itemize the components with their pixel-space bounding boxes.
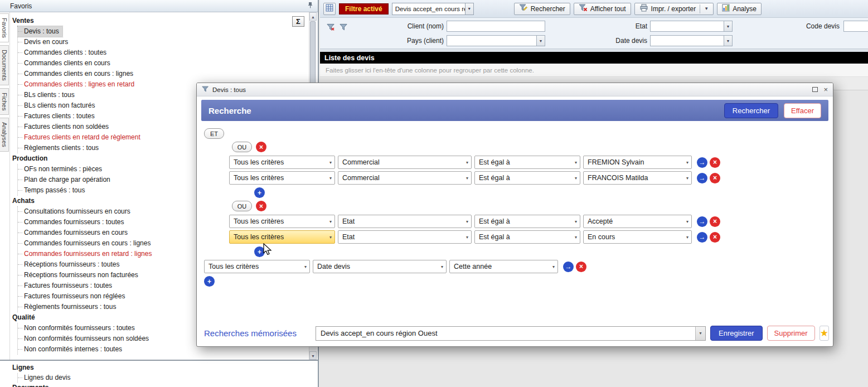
tree-item[interactable]: Devis en cours bbox=[18, 37, 311, 47]
pin-icon[interactable] bbox=[307, 2, 313, 10]
criteria-select[interactable]: Tous les critères▾ bbox=[229, 156, 335, 169]
print-export-button[interactable]: Impr. / exporter ▼ bbox=[634, 3, 714, 15]
dropdown-arrow-icon[interactable]: ▾ bbox=[695, 327, 705, 340]
delete-row-button[interactable]: × bbox=[710, 173, 720, 183]
dropdown-arrow-icon[interactable]: ▼ bbox=[704, 6, 709, 11]
delete-row-button[interactable]: × bbox=[576, 262, 586, 272]
tree-section-lignes[interactable]: Lignes bbox=[12, 362, 318, 373]
field-select[interactable]: Commercial▾ bbox=[338, 156, 472, 169]
field-select[interactable]: Commercial▾ bbox=[338, 171, 472, 185]
grid-view-button[interactable] bbox=[323, 3, 336, 15]
operator-select[interactable]: Est égal à▾ bbox=[474, 171, 580, 185]
dropdown-arrow-icon[interactable]: ▼ bbox=[724, 21, 732, 31]
criteria-select[interactable]: Tous les critères▾ bbox=[229, 215, 335, 228]
value-select[interactable]: Accepté▾ bbox=[583, 215, 692, 228]
add-condition-button[interactable]: + bbox=[204, 276, 215, 287]
value-select[interactable]: FREMION Sylvain▾ bbox=[583, 156, 692, 169]
pays-select[interactable]: ▼ bbox=[447, 35, 545, 46]
operator-value: Est égal à bbox=[479, 233, 510, 241]
dialog-search-button[interactable]: Rechercher bbox=[724, 103, 778, 118]
date-devis-select[interactable]: ▼ bbox=[650, 35, 733, 46]
add-condition-button[interactable]: + bbox=[254, 246, 265, 257]
save-search-button[interactable]: Enregistrer bbox=[710, 326, 763, 341]
criteria-value: Tous les critères bbox=[234, 217, 284, 225]
or-operator-pill[interactable]: OU bbox=[232, 142, 252, 152]
delete-row-button[interactable]: × bbox=[710, 232, 720, 243]
side-tab-fiches[interactable]: Fiches bbox=[0, 88, 9, 115]
code-devis-input[interactable] bbox=[843, 21, 868, 32]
add-condition-button[interactable]: + bbox=[254, 187, 265, 198]
sum-sigma-button[interactable]: Σ bbox=[292, 16, 304, 27]
operator-value: Est égal à bbox=[479, 158, 510, 166]
side-tab-analyses[interactable]: Analyses bbox=[0, 118, 9, 152]
apply-row-button[interactable]: → bbox=[697, 173, 707, 183]
field-select[interactable]: Etat▾ bbox=[338, 215, 472, 228]
operator-select[interactable]: Est égal à▾ bbox=[474, 156, 580, 169]
criteria-select[interactable]: Tous les critères▾ bbox=[204, 260, 310, 273]
etat-label: Etat bbox=[571, 21, 647, 32]
delete-group-button[interactable]: × bbox=[256, 142, 266, 152]
dropdown-arrow-icon: ▾ bbox=[683, 219, 688, 224]
favorite-star-button[interactable]: ★ bbox=[819, 326, 829, 341]
or-group-2: OU × Tous les critères▾ Etat▾ Est égal à… bbox=[229, 201, 833, 257]
apply-row-button[interactable]: → bbox=[563, 262, 574, 272]
scroll-up-icon[interactable]: ▲ bbox=[309, 12, 317, 21]
dropdown-arrow-icon: ▾ bbox=[571, 219, 577, 224]
row-actions: → × bbox=[697, 232, 720, 243]
apply-row-button[interactable]: → bbox=[697, 232, 707, 243]
tree-section-documents[interactable]: Documents bbox=[12, 383, 318, 387]
dropdown-arrow-icon[interactable]: ▼ bbox=[536, 36, 545, 46]
field-select[interactable]: Etat▾ bbox=[338, 230, 472, 244]
dialog-title: Devis : tous bbox=[212, 86, 246, 93]
operator-select[interactable]: Est égal à▾ bbox=[474, 215, 580, 228]
dropdown-arrow-icon[interactable]: ▼ bbox=[724, 36, 732, 46]
dropdown-arrow-icon: ▾ bbox=[463, 235, 468, 240]
dropdown-arrow-icon[interactable]: ▼ bbox=[465, 3, 473, 14]
tree-item[interactable]: Commandes clients en cours : lignes bbox=[18, 69, 311, 79]
filter-active-badge[interactable]: Filtre activé bbox=[339, 3, 389, 14]
analyse-button[interactable]: Analyse bbox=[717, 3, 762, 15]
and-operator-pill[interactable]: ET bbox=[204, 128, 224, 139]
operator-select[interactable]: Cette année▾ bbox=[449, 260, 558, 273]
field-select[interactable]: Date devis▾ bbox=[313, 260, 447, 273]
criteria-select[interactable]: Tous les critères▾ bbox=[229, 171, 335, 185]
client-name-label: Client (nom) bbox=[370, 21, 444, 32]
apply-row-button[interactable]: → bbox=[697, 157, 707, 168]
saved-filter-combobox[interactable]: Devis accept_en cours région Ou ▼ bbox=[392, 3, 474, 15]
scroll-down-icon[interactable]: ▼ bbox=[309, 351, 317, 360]
tree-item[interactable]: Commandes clients : toutes bbox=[18, 47, 311, 58]
delete-group-button[interactable]: × bbox=[256, 201, 266, 211]
dropdown-arrow-icon: ▾ bbox=[683, 160, 688, 165]
criteria-value: Tous les critères bbox=[208, 263, 259, 270]
tree-section-ventes[interactable]: Ventes bbox=[12, 16, 311, 26]
clear-filter-icon-button[interactable] bbox=[325, 22, 337, 33]
saved-search-combobox[interactable]: Devis accept_en cours région Ouest ▾ bbox=[316, 326, 706, 341]
close-window-icon[interactable]: × bbox=[823, 86, 828, 93]
search-button[interactable]: Rechercher bbox=[514, 3, 570, 15]
delete-row-button[interactable]: × bbox=[710, 216, 720, 227]
tree-item[interactable]: Devis : tous bbox=[18, 26, 62, 37]
apply-row-button[interactable]: → bbox=[697, 216, 707, 227]
etat-select[interactable]: ▼ bbox=[650, 21, 733, 32]
client-name-input[interactable] bbox=[447, 21, 545, 32]
delete-search-button[interactable]: Supprimer bbox=[767, 326, 815, 341]
side-tab-favoris[interactable]: Favoris bbox=[0, 13, 9, 42]
group-by-drop-zone[interactable]: Faites glisser ici l'en-tête d'une colon… bbox=[320, 64, 868, 77]
dropdown-arrow-icon: ▾ bbox=[301, 264, 307, 269]
value-select[interactable]: FRANCOIS Matilda▾ bbox=[583, 171, 692, 185]
tree-item[interactable]: Lignes du devis bbox=[18, 373, 318, 383]
tree-item[interactable]: Commandes clients en cours bbox=[18, 58, 311, 69]
value-select[interactable]: En cours▾ bbox=[583, 230, 692, 244]
show-all-button[interactable]: Afficher tout bbox=[574, 3, 631, 15]
apply-filter-icon-button[interactable] bbox=[338, 22, 350, 33]
side-tab-documents[interactable]: Documents bbox=[0, 45, 9, 85]
dialog-titlebar[interactable]: Devis : tous × bbox=[197, 83, 833, 96]
or-operator-pill[interactable]: OU bbox=[232, 201, 252, 211]
or-group-2-head: OU × bbox=[232, 201, 833, 211]
funnel-icon bbox=[202, 86, 209, 94]
dialog-clear-button[interactable]: Effacer bbox=[784, 103, 821, 118]
operator-select[interactable]: Est égal à▾ bbox=[474, 230, 580, 244]
criteria-select[interactable]: Tous les critères▾ bbox=[229, 230, 335, 244]
delete-row-button[interactable]: × bbox=[710, 157, 720, 168]
restore-window-icon[interactable] bbox=[812, 87, 818, 92]
